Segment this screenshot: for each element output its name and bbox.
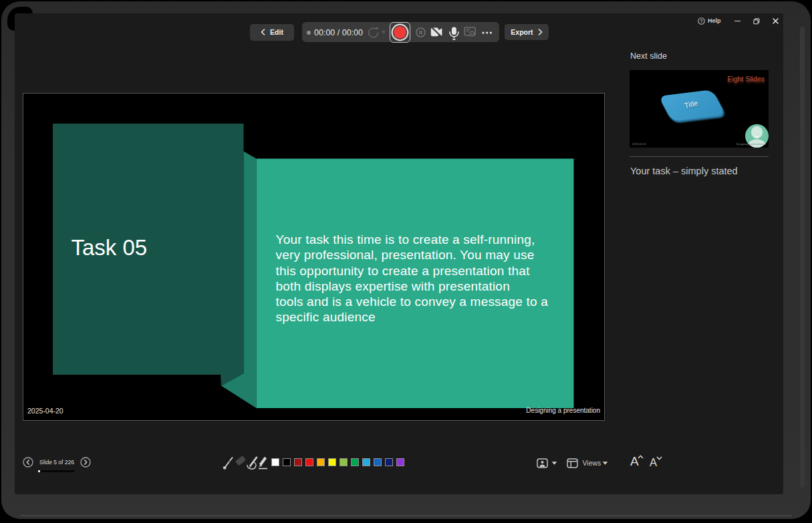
svg-text:?: ? — [700, 18, 703, 24]
